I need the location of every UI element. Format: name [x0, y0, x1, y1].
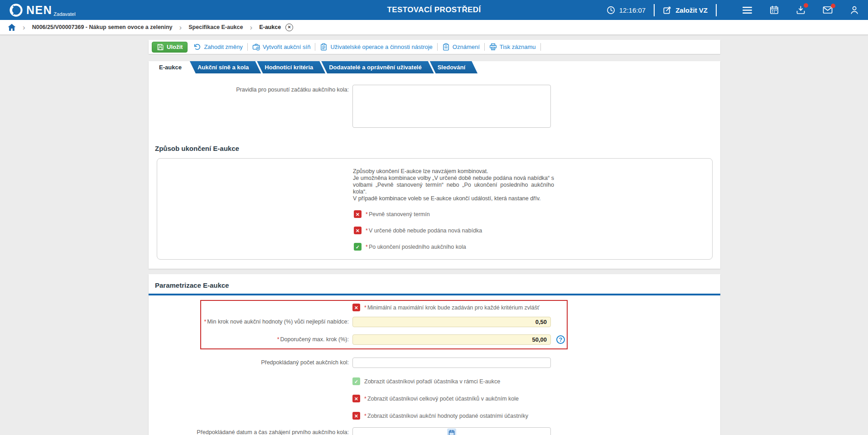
briefcase-plus-icon [252, 43, 260, 51]
section-rule [149, 294, 720, 295]
brand-role: Zadavatel [53, 11, 75, 17]
toolbar-separator [315, 43, 315, 51]
show-rank-row: ✓ Zobrazit účastníkovi pořadí účastníka … [352, 377, 720, 385]
required-marker: * [364, 396, 366, 402]
termination-section-heading: Způsob ukončení E-aukce [155, 145, 720, 152]
breadcrumb-item-specification[interactable]: Specifikace E-aukce [188, 24, 243, 30]
clipboard-icon [320, 43, 328, 51]
tab-hodnotici-kriteria[interactable]: Hodnotící kritéria [257, 61, 325, 73]
required-marker: * [277, 336, 280, 343]
clock-icon [607, 6, 615, 14]
termination-info-text: Způsoby ukončení E-aukce lze navzájem ko… [353, 168, 554, 202]
help-icon[interactable]: ? [556, 335, 565, 344]
breadcrumb-chevron: › [250, 24, 252, 31]
first-round-start-field [352, 427, 551, 435]
tab-label: Hodnotící kritéria [265, 64, 313, 71]
expected-rounds-input[interactable] [352, 358, 551, 368]
menu-button[interactable] [742, 6, 752, 14]
checkbox-unchecked-icon[interactable]: ✕ [354, 210, 362, 218]
min-step-input[interactable] [352, 317, 551, 327]
max-step-input[interactable] [352, 334, 551, 345]
required-marker: * [366, 227, 368, 234]
termination-info-line1: Způsoby ukončení E-aukce lze navzájem ko… [353, 168, 554, 175]
calendar-button[interactable] [770, 5, 779, 14]
show-other-bids-row: ✕ *Zobrazit účastníkovi aukční hodnoty p… [352, 412, 720, 420]
edit-icon [663, 6, 671, 14]
notifications-label: Oznámení [453, 44, 480, 50]
required-marker: * [364, 304, 366, 311]
termination-info-line3: V případě kombinace voleb se E-aukce uko… [353, 195, 554, 202]
checkbox-unchecked-icon[interactable]: ✕ [352, 304, 360, 311]
calendar-icon [448, 430, 455, 435]
main-content: Uložit Zahodit změny Vytvořit a [149, 40, 720, 435]
shift-rules-textarea[interactable] [352, 85, 551, 128]
min-step-label: *Min krok nové aukční hodnoty (%) vůči n… [201, 319, 352, 326]
datepicker-button[interactable] [447, 429, 456, 435]
discard-changes-label: Zahodit změny [204, 44, 242, 50]
step-per-criterion-label: *Minimální a maximální krok bude zadáván… [364, 304, 540, 311]
parameters-card: Parametrizace E-aukce ✕ *Minimální a max… [149, 274, 720, 435]
breadcrumb-item-tender[interactable]: N006/25/V00007369 - Nákup semen ovoce a … [32, 24, 173, 30]
downloads-button[interactable] [796, 5, 805, 14]
expected-rounds-label: Předpokládaný počet aukčních kol: [149, 359, 352, 367]
server-time: 12:16:07 [607, 6, 646, 14]
option-fixed-deadline: ✕ *Pevně stanovený termín [354, 210, 712, 218]
record-toolbar: Uložit Zahodit změny Vytvořit a [149, 40, 720, 54]
required-marker: * [364, 413, 366, 419]
tab-sledovani[interactable]: Sledování [430, 61, 477, 73]
brand-name: NEN [26, 5, 52, 16]
show-other-bids-label: *Zobrazit účastníkovi aukční hodnoty pod… [364, 413, 528, 419]
required-marker: * [204, 319, 206, 325]
user-operations-button[interactable]: Uživatelské operace a činnosti nástroje [320, 43, 432, 51]
tab-dodavatele-a-opravneni-uzivatele[interactable]: Dodavatelé a oprávnění uživatelé [321, 61, 434, 73]
parameters-section-heading: Parametrizace E-aukce [155, 281, 720, 289]
option-label: *Po ukončení posledního aukčního kola [366, 244, 466, 250]
option-label: *Pevně stanovený termín [366, 211, 430, 218]
printer-icon [489, 43, 497, 51]
termination-options-box: Způsoby ukončení E-aukce lze navzájem ko… [157, 158, 713, 260]
shift-rules-label: Pravidla pro posunutí začátku aukčního k… [149, 85, 352, 94]
breadcrumb-chevron: › [179, 24, 182, 31]
header-divider [654, 4, 655, 16]
home-icon[interactable] [8, 24, 16, 31]
tab-e-aukce[interactable]: E-aukce [151, 61, 194, 73]
clock-time: 12:16:07 [619, 6, 646, 14]
show-participant-count-row: ✕ *Zobrazit účastníkovi celkový počet úč… [352, 395, 720, 402]
tab-label: Aukční síně a kola [198, 64, 249, 71]
app-header: NEN Zadavatel TESTOVACÍ PROSTŘEDÍ 12:16:… [0, 0, 868, 20]
show-rank-label: Zobrazit účastníkovi pořadí účastníka v … [364, 378, 500, 385]
tab-label: E-aukce [159, 64, 182, 71]
print-record-button[interactable]: Tisk záznamu [489, 43, 536, 51]
checkbox-checked-icon[interactable]: ✓ [354, 243, 362, 251]
header-divider [716, 4, 717, 16]
nen-logo[interactable]: NEN Zadavatel [9, 3, 76, 17]
toolbar-separator [484, 43, 485, 51]
checkbox-unchecked-icon[interactable]: ✕ [352, 395, 360, 402]
breadcrumb: › N006/25/V00007369 - Nákup semen ovoce … [0, 20, 868, 35]
clipboard-icon [442, 43, 450, 51]
tab-label: Dodavatelé a oprávnění uživatelé [329, 64, 421, 71]
save-button[interactable]: Uložit [152, 42, 188, 53]
discard-changes-button[interactable]: Zahodit změny [193, 43, 242, 51]
save-button-label: Uložit [167, 44, 183, 50]
first-round-start-row: Předpokládané datum a čas zahájení první… [149, 427, 720, 435]
validation-highlight-box: ✕ *Minimální a maximální krok bude zadáv… [200, 300, 568, 349]
toolbar-separator [437, 43, 438, 51]
max-step-row: *Doporučený max. krok (%): ? [201, 334, 567, 345]
close-record-icon[interactable]: ✕ [285, 24, 293, 31]
messages-button[interactable] [823, 6, 833, 14]
toolbar-separator [540, 43, 541, 51]
checkbox-unchecked-icon[interactable]: ✕ [352, 412, 360, 420]
create-auction-room-button[interactable]: Vytvořit aukční síň [252, 43, 311, 51]
checkbox-unchecked-icon[interactable]: ✕ [354, 227, 362, 234]
messages-badge [831, 4, 835, 8]
print-record-label: Tisk záznamu [500, 44, 536, 50]
create-tender-button[interactable]: Založit VZ [663, 6, 708, 14]
user-button[interactable] [850, 5, 859, 14]
downloads-badge [804, 3, 808, 8]
breadcrumb-chevron: › [23, 24, 25, 31]
notifications-button[interactable]: Oznámení [442, 43, 480, 51]
tab-aukcni-sine-a-kola[interactable]: Aukční síně a kola [190, 61, 261, 73]
required-marker: * [366, 244, 368, 250]
nen-logo-icon [9, 3, 23, 17]
